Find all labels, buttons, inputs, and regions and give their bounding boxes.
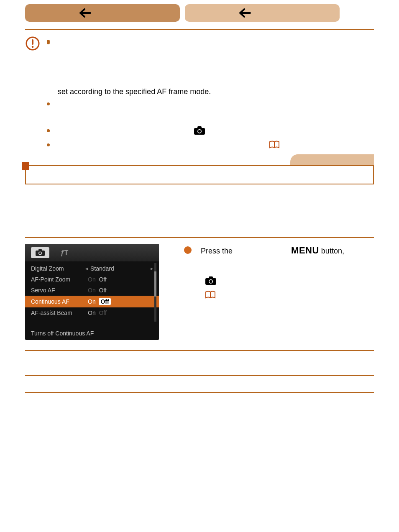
menu-value-off: Off: [99, 287, 106, 294]
svg-rect-4: [197, 126, 202, 129]
menu-value-on: On: [88, 298, 96, 305]
section-title-box: [25, 165, 374, 184]
section-header: [25, 165, 374, 184]
back-arrow-icon: [79, 8, 91, 18]
divider: [25, 237, 374, 238]
section-square-icon: [22, 162, 29, 170]
bullet-item: [47, 99, 374, 124]
menu-row-digital-zoom: Digital Zoom ◂ Standard ▸: [31, 263, 153, 274]
svg-rect-9: [38, 249, 42, 251]
camera-menu-screenshot: ƒT Digital Zoom ◂ Standard ▸ AF-Point Zo…: [25, 244, 159, 340]
instruction-step: Press the MENU button,: [184, 244, 374, 302]
menu-list: Digital Zoom ◂ Standard ▸ AF-Point Zoom …: [25, 261, 159, 318]
menu-row-continuous-af-selected: Continuous AF On Off: [25, 296, 159, 307]
menu-row-afpoint-zoom: AF-Point Zoom On Off: [31, 274, 153, 285]
menu-row-servo-af: Servo AF On Off: [31, 285, 153, 296]
menu-value-on: On: [88, 287, 96, 294]
menu-label: Servo AF: [31, 286, 85, 294]
step-bullet-icon: [184, 246, 192, 254]
menu-scrollbar: [154, 263, 156, 322]
step-text-a: Press the: [201, 247, 235, 255]
menu-tab-setup-icon: ƒT: [55, 247, 74, 258]
menu-value-off: Off: [99, 309, 106, 316]
bullet-item: [47, 125, 374, 138]
section-tab-decor: [290, 154, 374, 165]
table-row: [25, 376, 374, 392]
menu-label: Continuous AF: [31, 297, 85, 306]
menu-value-off-selected: Off: [99, 298, 110, 305]
menu-value-off: Off: [99, 276, 106, 283]
bullet-list: set according to the specified AF frame …: [45, 36, 374, 153]
svg-rect-13: [209, 276, 213, 279]
menu-tab-shooting-icon: [31, 247, 49, 258]
svg-point-15: [210, 280, 212, 283]
step-text-b: button,: [321, 247, 344, 255]
options-table: [25, 350, 374, 393]
caution-icon: [25, 36, 45, 54]
back-arrow-icon: [239, 8, 251, 18]
caution-block: set according to the specified AF frame …: [25, 36, 374, 153]
top-tabs: [25, 4, 374, 22]
bullet-item: set according to the specified AF frame …: [47, 38, 374, 97]
tab-back-dark[interactable]: [25, 4, 180, 22]
svg-point-2: [32, 46, 34, 48]
camera-icon: [194, 126, 205, 138]
svg-point-6: [198, 130, 201, 133]
section-body: [25, 193, 374, 226]
bullet-text-line: set according to the specified AF frame …: [58, 86, 374, 97]
svg-point-11: [39, 252, 41, 254]
table-key: [25, 376, 59, 392]
table-row: [25, 350, 374, 376]
table-value: [59, 350, 374, 376]
svg-rect-1: [32, 39, 33, 45]
menu-value: Standard: [88, 264, 151, 273]
menu-value-on: On: [88, 309, 96, 316]
menu-value-on: On: [88, 276, 96, 283]
book-ref-icon: [205, 291, 216, 302]
menu-row-af-assist-beam: AF-assist Beam On Off: [31, 307, 153, 318]
bullet-text: [58, 39, 60, 47]
camera-icon: [205, 276, 217, 288]
bullet-item: [47, 140, 374, 152]
scrollbar-thumb: [154, 271, 156, 297]
table-value: [59, 376, 374, 392]
menu-help-text: Turns off Continuous AF: [31, 329, 94, 338]
menu-label: AF-Point Zoom: [31, 275, 85, 284]
chevron-right-icon: ▸: [151, 265, 153, 272]
menu-label: Digital Zoom: [31, 264, 85, 273]
table-key: [25, 350, 59, 376]
divider: [25, 29, 374, 30]
book-ref-icon: [269, 141, 280, 152]
menu-label: AF-assist Beam: [31, 309, 85, 317]
tab-back-light[interactable]: [185, 4, 340, 22]
instructions: Press the MENU button,: [184, 244, 374, 302]
menu-button-label: MENU: [291, 245, 319, 256]
